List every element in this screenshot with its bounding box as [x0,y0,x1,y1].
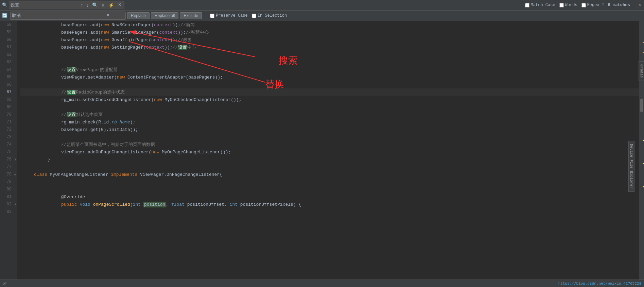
line-gutter: 58 59 60 61 62 63 64 65 66 67 68 69 70 7… [0,21,17,280]
preserve-case-checkbox[interactable] [210,14,214,18]
code-line-83 [20,208,639,216]
nav-up-button[interactable]: ↑ [80,2,84,8]
line-num-83: 83 [0,209,14,214]
scroll-marker-yellow [643,140,644,141]
replace-icon: 🔄 [2,13,7,18]
search-toolbar: 🔍 ↑ ↓ 🔍 ⏸ ⚡ × Match Case Words Regex ? 6… [0,0,644,11]
toolbar-options: Match Case Words Regex ? 6 matches [520,3,636,7]
regex-checkbox[interactable] [581,3,586,7]
preserve-case-label: Preserve Case [216,13,248,18]
line-num-67: 67 [0,90,14,95]
code-line-63 [20,58,639,66]
find-icon-btn[interactable]: 🔍 [91,2,99,8]
line-num-69: 69 [0,105,14,109]
line-num-82: 82 [0,202,14,207]
gradle-tab[interactable]: Gradle [639,61,644,81]
code-line-81: @Override [20,193,639,201]
search-row: 🔍 ↑ ↓ 🔍 ⏸ ⚡ × [0,0,520,10]
code-line-58: basePagers.add(new NewSCenterPager(conte… [20,21,639,29]
search-input[interactable] [11,3,78,8]
code-line-67: //设置RadioGroup的选中状态 [20,88,639,96]
device-file-tab[interactable]: Device File Explorer [628,141,634,192]
in-selection-option[interactable]: In Selection [252,13,287,18]
code-line-74: //监听某个页面被选中，初始对于的页面的数据 [20,141,639,148]
in-selection-checkbox[interactable] [252,14,256,18]
code-line-82: public void onPageScrolled(int position,… [20,201,639,208]
line-num-61: 61 [0,45,14,50]
line-num-68: 68 [0,97,14,102]
code-line-80 [20,186,639,193]
exclude-button[interactable]: Exclude [180,12,202,19]
line-num-62: 62 [0,52,14,57]
code-line-61: basePagers.add(new SettingPager(context)… [20,44,639,51]
scroll-marker-yellow2 [643,163,644,164]
match-case-option[interactable]: Match Case [525,3,555,7]
replace-input[interactable] [12,13,104,18]
code-line-59: basePagers.add(new SmartServicePager(con… [20,29,639,36]
replace-button[interactable]: Replace [127,12,150,19]
line-numbers: 58 59 60 61 62 63 64 65 66 67 68 69 70 7… [0,21,17,216]
regex-label: Regex [587,3,599,7]
line-num-79: 79 [0,180,14,184]
scroll-marker-yellow3 [643,186,644,187]
scrollbar-thumb[interactable] [640,99,643,112]
search-input-wrap: ↑ ↓ 🔍 ⏸ ⚡ × [9,1,124,9]
code-line-68: rg_main.setOnCheckedChangeListener(new M… [20,96,639,103]
fold-icon-78[interactable]: ▶ [14,172,17,176]
replace-all-button[interactable]: Replace all [151,12,178,19]
regex-help-icon[interactable]: ? [602,3,604,7]
code-line-64: //设置ViewPager的适配器 [20,66,639,73]
line-num-63: 63 [0,60,14,65]
code-line-78: class MyOnPageChangeListener implements … [20,171,639,178]
line-num-77: 77 [0,165,14,169]
status-url: https://blog.csdn.net/weixin_42765228 [558,282,641,286]
fold-icon-76[interactable]: ▼ [14,158,17,162]
filter-button[interactable]: ⚡ [107,2,115,8]
scroll-marker-orange [643,42,644,43]
code-line-65: viewPager.setAdapter(new ContentFragment… [20,73,639,81]
preserve-case-option[interactable]: Preserve Case [210,13,248,18]
vertical-scrollbar[interactable] [639,21,644,280]
code-line-62 [20,51,639,58]
line-num-70: 70 [0,112,14,117]
window-close-button[interactable]: × [636,2,644,8]
code-line-76: } [20,156,639,163]
code-line-72: basePagers.get(0).initData(); [20,126,639,133]
match-case-checkbox[interactable] [525,3,529,7]
code-line-77 [20,163,639,171]
regex-option[interactable]: Regex ? [581,3,604,7]
match-case-label: Match Case [531,3,555,7]
words-option[interactable]: Words [559,3,577,7]
line-num-81: 81 [0,195,14,199]
status-left: of [3,282,7,286]
words-label: Words [565,3,577,7]
line-num-74: 74 [0,142,14,147]
line-num-59: 59 [0,30,14,35]
search-icon: 🔍 [2,2,7,8]
code-line-66 [20,81,639,88]
editor-container: 58 59 60 61 62 63 64 65 66 67 68 69 70 7… [0,21,644,280]
line-num-71: 71 [0,120,14,124]
line-num-80: 80 [0,187,14,192]
code-line-71: rg_main.check(R.id.rb_home); [20,118,639,126]
code-editor[interactable]: basePagers.add(new NewSCenterPager(conte… [17,21,639,280]
code-line-79 [20,178,639,186]
code-line-75: viewPager.addOnPageChangeListener(new My… [20,148,639,156]
replace-input-wrap: × [10,12,126,20]
nav-down-button[interactable]: ↓ [85,2,90,8]
line-num-65: 65 [0,75,14,80]
search-close-button[interactable]: × [117,2,123,8]
code-line-69 [20,103,639,111]
replace-close-button[interactable]: × [105,13,111,19]
line-num-75: 75 [0,150,14,154]
line-num-73: 73 [0,135,14,139]
line-num-58: 58 [0,22,14,27]
code-line-60: basePagers.add(new GovaffairPager(contex… [20,36,639,44]
in-selection-label: In Selection [258,13,287,18]
words-checkbox[interactable] [559,3,564,7]
line-num-76: 76 [0,157,14,162]
pause-find-button[interactable]: ⏸ [100,3,106,7]
code-line-73 [20,133,639,141]
code-line-70: //设置默认选中首页 [20,111,639,118]
scroll-marker-orange2 [643,52,644,53]
